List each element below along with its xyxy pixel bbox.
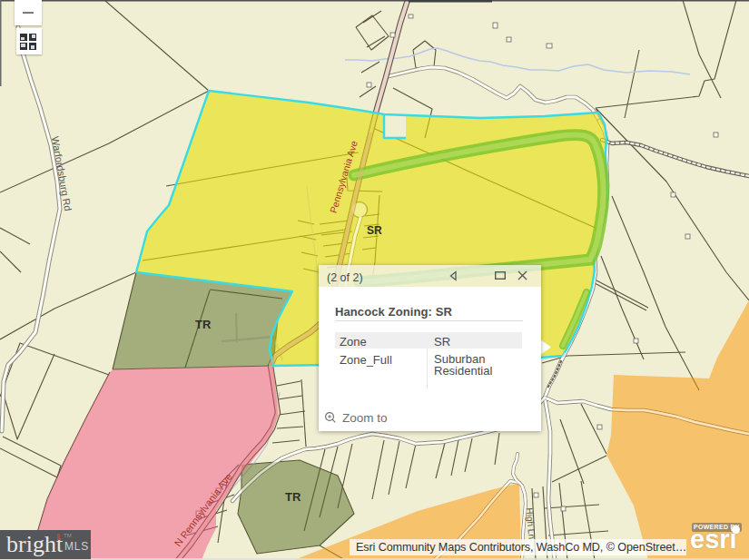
svg-text:SR: SR bbox=[367, 224, 382, 237]
svg-text:TR: TR bbox=[195, 318, 212, 331]
svg-text:TR: TR bbox=[285, 490, 301, 504]
